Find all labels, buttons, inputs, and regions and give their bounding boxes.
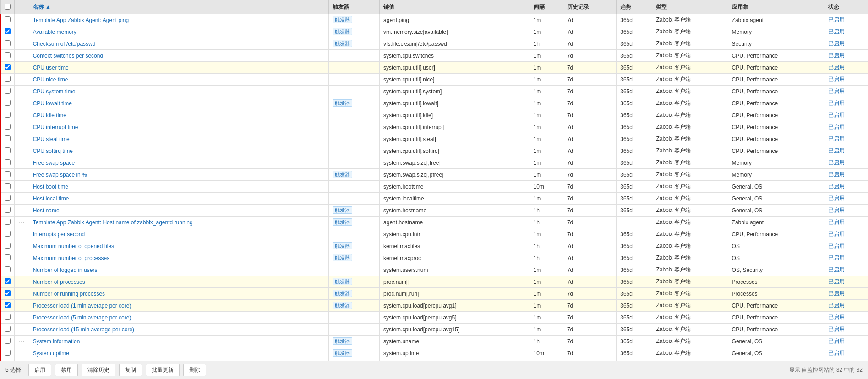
row-triggers[interactable]: 触发器 [329,169,380,181]
row-triggers[interactable]: 触发器 [329,14,380,26]
row-checkbox[interactable] [5,314,11,320]
row-checkbox[interactable] [5,147,11,153]
row-triggers[interactable]: 触发器 [329,38,380,50]
row-status[interactable]: 已启用 [824,276,868,288]
item-name-link[interactable]: CPU user time [33,65,69,71]
row-triggers[interactable]: 触发器 [329,240,380,252]
row-checkbox[interactable] [5,124,11,130]
trigger-tag[interactable]: 触发器 [333,99,352,107]
item-name-link[interactable]: Template App Zabbix Agent: Agent ping [33,17,129,23]
copy-button[interactable]: 复制 [119,364,142,376]
item-name-link[interactable]: CPU idle time [33,112,66,119]
row-triggers[interactable]: 触发器 [329,217,380,228]
row-checkbox[interactable] [5,350,11,356]
trigger-tag[interactable]: 触发器 [333,171,352,178]
row-checkbox[interactable] [5,159,11,165]
row-checkbox[interactable] [5,195,11,201]
row-dots[interactable]: ··· [15,205,29,217]
row-status[interactable]: 已启用 [824,109,868,121]
row-checkbox[interactable] [5,64,11,70]
item-name-link[interactable]: Maximum number of processes [33,255,109,261]
row-status[interactable]: 已启用 [824,97,868,109]
row-status[interactable]: 已启用 [824,145,868,157]
item-name-link[interactable]: Interrupts per second [33,231,85,238]
item-name-link[interactable]: Number of logged in users [33,267,98,273]
row-status[interactable]: 已启用 [824,86,868,97]
row-triggers[interactable]: 触发器 [329,347,380,359]
row-checkbox[interactable] [5,266,11,272]
row-status[interactable]: 已启用 [824,193,868,205]
row-triggers[interactable]: 触发器 [329,288,380,300]
row-checkbox[interactable] [5,100,11,106]
trigger-tag[interactable]: 触发器 [333,337,352,345]
item-name-link[interactable]: CPU system time [33,88,76,95]
row-triggers[interactable]: 触发器 [329,276,380,288]
row-status[interactable]: 已启用 [824,228,868,240]
trigger-tag[interactable]: 触发器 [333,242,352,249]
row-status[interactable]: 已启用 [824,74,868,86]
row-triggers[interactable]: 触发器 [329,26,380,38]
row-status[interactable]: 已启用 [824,26,868,38]
row-checkbox[interactable] [5,112,11,118]
row-status[interactable]: 已启用 [824,252,868,264]
row-status[interactable]: 已启用 [824,336,868,347]
row-status[interactable]: 已启用 [824,14,868,26]
row-checkbox[interactable] [5,88,11,94]
row-status[interactable]: 已启用 [824,121,868,133]
trigger-tag[interactable]: 触发器 [333,254,352,261]
row-checkbox[interactable] [5,254,11,260]
item-name-link[interactable]: Host local time [33,195,69,202]
row-status[interactable]: 已启用 [824,324,868,336]
row-checkbox[interactable] [5,40,11,46]
row-triggers[interactable]: 触发器 [329,336,380,347]
enable-button[interactable]: 启用 [28,364,51,376]
row-checkbox[interactable] [5,243,11,249]
row-checkbox[interactable] [5,302,11,308]
row-checkbox[interactable] [5,290,11,296]
row-status[interactable]: 已启用 [824,264,868,276]
trigger-tag[interactable]: 触发器 [333,206,352,214]
item-name-link[interactable]: Template App Zabbix Agent: Host name of … [33,219,193,226]
row-checkbox[interactable] [5,16,11,22]
row-status[interactable]: 已启用 [824,169,868,181]
item-name-link[interactable]: Number of processes [33,279,85,285]
item-name-link[interactable]: CPU iowait time [33,100,72,107]
row-checkbox[interactable] [5,231,11,237]
row-status[interactable]: 已启用 [824,38,868,50]
item-name-link[interactable]: Processor load (1 min average per core) [33,303,131,309]
row-status[interactable]: 已启用 [824,240,868,252]
row-status[interactable]: 已启用 [824,312,868,324]
row-checkbox[interactable] [5,183,11,189]
row-status[interactable]: 已启用 [824,133,868,145]
item-name-link[interactable]: CPU softirq time [33,148,73,154]
row-triggers[interactable]: 触发器 [329,252,380,264]
trigger-tag[interactable]: 触发器 [333,218,352,226]
item-name-link[interactable]: Number of running processes [33,291,105,297]
item-name-link[interactable]: System uptime [33,350,69,357]
trigger-tag[interactable]: 触发器 [333,278,352,285]
select-all-checkbox[interactable] [5,4,11,10]
clear-history-button[interactable]: 清除历史 [82,364,115,376]
row-dots[interactable]: ··· [15,217,29,228]
item-name-link[interactable]: Processor load (15 min average per core) [33,326,134,333]
trigger-tag[interactable]: 触发器 [333,349,352,357]
bulk-update-button[interactable]: 批量更新 [146,364,180,376]
row-triggers[interactable]: 触发器 [329,205,380,217]
item-name-link[interactable]: Context switches per second [33,53,103,59]
trigger-tag[interactable]: 触发器 [333,16,352,23]
item-name-link[interactable]: Free swap space in % [33,172,87,178]
item-name-link[interactable]: Checksum of /etc/passwd [33,41,96,47]
item-name-link[interactable]: Free swap space [33,160,75,166]
row-checkbox[interactable] [5,28,11,34]
item-name-link[interactable]: CPU steal time [33,136,70,142]
row-status[interactable]: 已启用 [824,50,868,62]
row-checkbox[interactable] [5,76,11,82]
row-checkbox[interactable] [5,135,11,141]
row-triggers[interactable]: 触发器 [329,300,380,312]
row-status[interactable]: 已启用 [824,300,868,312]
row-checkbox[interactable] [5,278,11,284]
item-name-link[interactable]: Available memory [33,29,76,35]
row-dots[interactable]: ··· [15,336,29,347]
row-checkbox[interactable] [5,207,11,213]
item-name-link[interactable]: CPU interrupt time [33,124,78,130]
